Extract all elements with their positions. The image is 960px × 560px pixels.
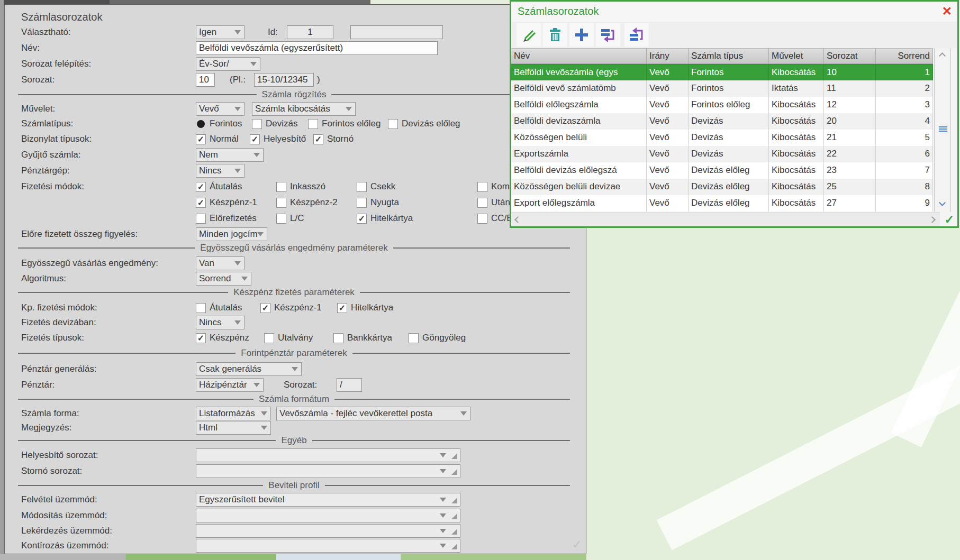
chevron-down-icon — [234, 107, 241, 111]
checkbox-kp-atutalas[interactable]: Átutalás — [196, 301, 242, 314]
checkbox-checked-icon: ✓ — [196, 333, 206, 343]
field-label: Gyűjtő számla: — [21, 148, 80, 162]
close-icon[interactable]: ✕ — [942, 4, 952, 19]
delete-button[interactable] — [543, 23, 567, 47]
column-header-sorozat[interactable]: Sorozat — [824, 49, 876, 63]
checkbox-keszpenz2[interactable]: Készpénz-2 — [276, 196, 338, 209]
name-input[interactable]: Belföldi vevőszámla (egyszerűsített) — [196, 41, 438, 55]
table-row[interactable]: Export előlegszámla Vevő Devizás előleg … — [511, 195, 933, 212]
scrollbar-grip-icon[interactable] — [939, 125, 947, 133]
checkbox-nyugta[interactable]: Nyugta — [357, 196, 399, 209]
modify-mode-combo[interactable] — [196, 509, 460, 522]
field-label: Bizonylat típusok: — [21, 132, 92, 146]
expand-grip-icon[interactable] — [451, 529, 457, 535]
scroll-left-icon[interactable] — [514, 216, 521, 223]
panel-ok-check-icon[interactable]: ✓ — [945, 213, 954, 227]
table-row[interactable]: Közösségen belüli devizae Vevő Devizás e… — [511, 179, 933, 195]
checkbox-csekk[interactable]: Csekk — [357, 180, 395, 193]
column-header-nev[interactable]: Név — [511, 49, 647, 63]
checkbox-bankkartya[interactable]: Bankkártya — [333, 332, 392, 344]
cell-sorrend: 2 — [876, 80, 933, 97]
checkbox-normal[interactable]: ✓Normál — [196, 133, 239, 145]
cashdesk-series-input[interactable]: / — [337, 378, 362, 392]
section-divider: Számla rögzítés — [18, 89, 570, 100]
table-row[interactable]: Belföldi vevőszámla (egys Vevő Forintos … — [511, 64, 933, 80]
checkbox-storno[interactable]: ✓Stornó — [313, 133, 354, 145]
checkbox-hitelkartya[interactable]: ✓Hitelkártya — [357, 212, 413, 225]
query-mode-combo[interactable] — [196, 524, 460, 538]
checkbox-kp-hitelkartya[interactable]: ✓Hitelkártya — [337, 301, 393, 314]
expand-grip-icon[interactable] — [451, 498, 457, 503]
cash-register-combo[interactable]: Nincs — [196, 164, 244, 178]
checkbox-helyesbito[interactable]: ✓Helyesbítő — [250, 133, 306, 145]
pay-in-currency-combo[interactable]: Nincs — [196, 316, 244, 329]
cell-muvelet: Kibocsátás — [769, 179, 824, 195]
cashdesk-combo[interactable]: Házipénztár — [196, 378, 264, 392]
horizontal-scrollbar[interactable] — [511, 213, 940, 226]
radio-forintos[interactable]: Forintos — [196, 117, 242, 130]
table-row[interactable]: Belföldi devizás előlegszá Vevő Devizás … — [511, 162, 933, 179]
series-input[interactable]: 10 — [196, 73, 215, 87]
expand-grip-icon[interactable] — [451, 469, 457, 475]
field-label: Kontírozás üzemmód: — [21, 538, 108, 553]
checkbox-forintos-eloleg[interactable]: Forintos előleg — [308, 117, 381, 130]
expand-grip-icon[interactable] — [451, 453, 457, 459]
checkbox-devizas[interactable]: Devizás — [252, 117, 297, 130]
vertical-scrollbar[interactable] — [934, 48, 951, 212]
checkbox-lc[interactable]: L/C — [276, 212, 304, 225]
checkbox-gongyoleg[interactable]: Göngyöleg — [409, 332, 466, 344]
edit-button[interactable] — [517, 23, 541, 47]
chevron-down-icon — [346, 107, 352, 111]
add-button[interactable] — [569, 23, 594, 47]
column-header-tipus[interactable]: Számla típus — [689, 49, 769, 63]
comment-combo[interactable]: Html — [196, 421, 271, 435]
move-down-button[interactable] — [596, 23, 620, 47]
checkbox-komp[interactable]: Komp — [477, 180, 514, 193]
series-structure-combo[interactable]: Év-Sor/ — [196, 57, 260, 71]
cashdesk-generation-combo[interactable]: Csak generálás — [196, 362, 302, 376]
checkbox-ccb[interactable]: CC/E — [477, 212, 513, 225]
checkbox-elorefizetes[interactable]: Előrefizetés — [196, 212, 257, 225]
checkbox-icon — [357, 198, 367, 208]
invoice-template-combo[interactable]: Vevőszámla - fejléc vevőkerettel posta — [276, 407, 470, 420]
cell-tipus: Devizás előleg — [689, 179, 769, 195]
move-up-button[interactable] — [624, 23, 649, 47]
invoice-form-combo[interactable]: Listaformázás — [196, 407, 271, 420]
checkbox-keszpenz[interactable]: ✓Készpénz — [196, 332, 249, 344]
field-label: Pénztárgép: — [21, 163, 70, 178]
scroll-up-icon[interactable] — [939, 52, 946, 59]
checkbox-utanvet[interactable]: Utánv — [477, 196, 514, 209]
table-row[interactable]: Exportszámla Vevő Devizás Kibocsátás 22 … — [511, 146, 933, 162]
operation-combo[interactable]: Vevő — [196, 102, 244, 116]
checkbox-keszpenz1[interactable]: ✓Készpénz-1 — [196, 196, 257, 209]
entry-mode-combo[interactable]: Egyszerűsített bevitel — [196, 493, 460, 507]
table-row[interactable]: Belföldi előlegszámla Vevő Forintos elől… — [511, 97, 933, 113]
column-header-sorrend[interactable]: Sorrend — [876, 49, 933, 63]
checkbox-devizas-eloleg[interactable]: Devizás előleg — [388, 117, 460, 130]
table-row[interactable]: Belföldi devizaszámla Vevő Devizás Kiboc… — [511, 113, 933, 130]
column-header-muvelet[interactable]: Művelet — [769, 49, 824, 63]
checkbox-atutalas[interactable]: ✓Átutalás — [196, 180, 242, 193]
checkbox-utalvany[interactable]: Utalvány — [264, 332, 313, 344]
prepaid-watch-combo[interactable]: Minden jogcím — [196, 227, 267, 241]
checkbox-kp-keszpenz1[interactable]: ✓Készpénz-1 — [260, 301, 322, 314]
operation-type-combo[interactable]: Számla kibocsátás — [252, 102, 356, 116]
scroll-right-icon[interactable] — [929, 216, 936, 223]
table-row[interactable]: Belföldi vevő számlatömb Vevő Forintos I… — [511, 80, 933, 97]
table-row[interactable]: Közösségen belüli Vevő Devizás Kibocsátá… — [511, 130, 933, 146]
storno-series-combo[interactable] — [196, 464, 460, 478]
column-header-irany[interactable]: Irány — [647, 49, 689, 63]
checkbox-inkasszo[interactable]: Inkasszó — [276, 180, 325, 193]
scroll-down-icon[interactable] — [939, 199, 946, 206]
form-ok-check-icon[interactable]: ✓ — [572, 538, 582, 552]
cell-tipus: Forintos — [689, 80, 769, 97]
algorithm-combo[interactable]: Sorrend — [196, 272, 251, 286]
accounting-mode-combo[interactable] — [196, 539, 460, 553]
discount-combo[interactable]: Van — [196, 256, 244, 270]
expand-grip-icon[interactable] — [451, 544, 457, 549]
correction-series-combo[interactable] — [196, 448, 460, 462]
expand-grip-icon[interactable] — [451, 513, 457, 519]
collective-invoice-combo[interactable]: Nem — [196, 148, 264, 162]
id-field: 1 — [287, 25, 333, 39]
valaszthato-combo[interactable]: Igen — [196, 25, 244, 39]
